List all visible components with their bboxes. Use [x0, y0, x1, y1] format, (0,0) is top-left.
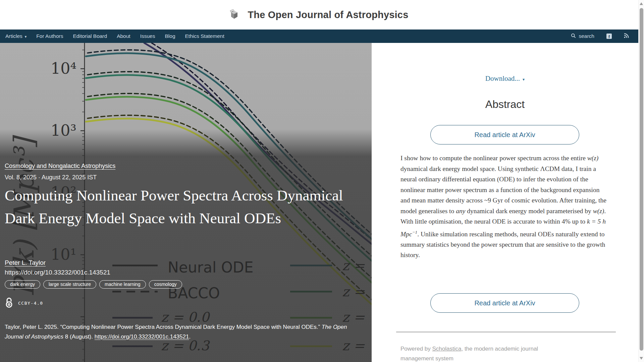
nav-links: Articles▾ For Authors Editorial Board Ab…	[0, 33, 224, 39]
tag-cosmology[interactable]: cosmology	[149, 280, 182, 289]
license-badge[interactable]: CCBY-4.0	[5, 297, 43, 309]
page-scrollbar[interactable]	[638, 0, 644, 362]
math-wz: w(z)	[587, 155, 599, 162]
chevron-down-icon: ▾	[523, 77, 525, 82]
scrollbar-down-arrow[interactable]	[640, 357, 643, 360]
license-label: CCBY-4.0	[18, 301, 43, 306]
read-article-arxiv-button-bottom[interactable]: Read article at ArXiv	[430, 293, 579, 313]
open-access-icon	[5, 297, 13, 309]
math-wz: w(z)	[593, 207, 604, 215]
nav-utilities: search f	[571, 33, 638, 40]
hero-content: Cosmology and Nongalactic Astrophysics V…	[0, 43, 372, 362]
tag-dark-energy[interactable]: dark energy	[5, 280, 40, 289]
article-title: Computing Nonlinear Power Spectra Across…	[5, 184, 354, 230]
nav-item-ethics-statement[interactable]: Ethics Statement	[185, 33, 224, 39]
nav-item-for-authors[interactable]: For Authors	[36, 33, 63, 39]
doi-text: https://doi.org/10.33232/001c.143521	[5, 269, 110, 276]
footer-divider	[396, 332, 616, 332]
powered-by-text: Powered by Scholastica, the modern acade…	[400, 344, 555, 362]
tag-machine-learning[interactable]: machine learning	[99, 280, 146, 289]
scrollbar-up-arrow[interactable]	[640, 2, 643, 5]
emphasis-any: any	[456, 207, 465, 215]
author-link[interactable]: Peter L. Taylor	[5, 259, 46, 266]
tag-list: dark energy large scale structure machin…	[5, 280, 182, 289]
citation: Taylor, Peter L. 2025. “Computing Nonlin…	[5, 322, 364, 342]
content-row: P(k) [Mpc³] 10⁴ 10³ 10² 10¹	[0, 43, 638, 362]
nav-item-blog[interactable]: Blog	[165, 33, 175, 39]
rss-icon[interactable]	[624, 33, 629, 40]
facebook-icon[interactable]: f	[606, 34, 612, 39]
journal-logo-icon[interactable]	[230, 9, 239, 21]
nav-item-articles[interactable]: Articles▾	[5, 33, 26, 39]
abstract-heading: Abstract	[372, 98, 638, 111]
category-link[interactable]: Cosmology and Nongalactic Astrophysics	[5, 163, 115, 170]
abstract-text: I show how to compute the nonlinear powe…	[400, 153, 608, 260]
citation-doi-link[interactable]: https://doi.org/10.33232/001c.143521	[95, 334, 189, 340]
chevron-down-icon: ▾	[25, 35, 27, 39]
search-button[interactable]: search	[571, 33, 594, 40]
main-nav: Articles▾ For Authors Editorial Board Ab…	[0, 29, 638, 43]
search-icon	[571, 33, 576, 40]
scrollbar-thumb[interactable]	[640, 8, 643, 351]
page: The Open Journal of Astrophysics Article…	[0, 0, 638, 362]
scholastica-link[interactable]: Scholastica	[432, 346, 462, 352]
download-dropdown[interactable]: Download...▾	[372, 74, 638, 83]
site-header: The Open Journal of Astrophysics	[0, 0, 638, 29]
article-hero: P(k) [Mpc³] 10⁴ 10³ 10² 10¹	[0, 43, 372, 362]
nav-item-issues[interactable]: Issues	[140, 33, 155, 39]
site-title: The Open Journal of Astrophysics	[248, 9, 408, 20]
volume-date-text: Vol. 8, 2025 · August 22, 2025 IST	[5, 174, 97, 181]
nav-item-editorial-board[interactable]: Editorial Board	[73, 33, 107, 39]
read-article-arxiv-button-top[interactable]: Read article at ArXiv	[430, 125, 579, 144]
nav-item-about[interactable]: About	[117, 33, 130, 39]
tag-large-scale-structure[interactable]: large scale structure	[43, 280, 96, 289]
math-superscript: −1	[412, 230, 418, 235]
article-side-panel: Download...▾ Abstract Read article at Ar…	[372, 43, 638, 362]
